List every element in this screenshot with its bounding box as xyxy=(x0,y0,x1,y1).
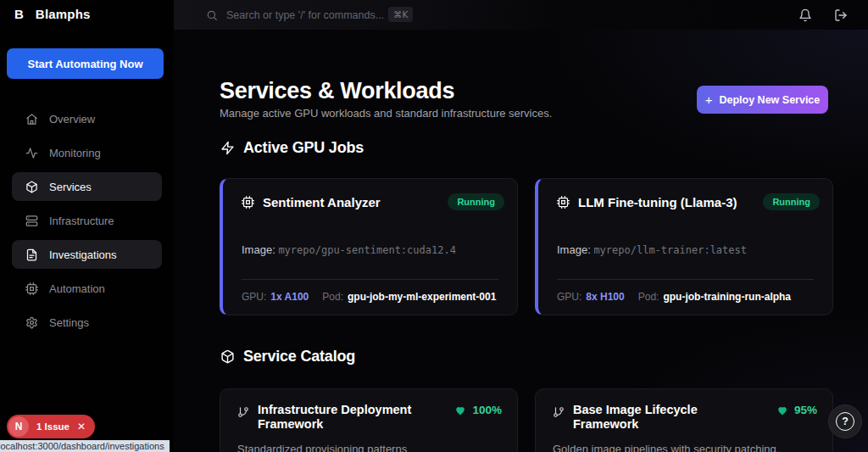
sidebar-nav: Overview Monitoring Services Infrastruct… xyxy=(12,104,162,342)
gpu-value: 8x H100 xyxy=(586,291,624,303)
sidebar-item-label: Settings xyxy=(49,316,89,329)
search-icon xyxy=(206,9,218,21)
top-header: ⌘K xyxy=(174,0,868,30)
image-label: Image: xyxy=(557,243,591,256)
gpu-job-image-row: Image: myrepo/gpu-sentiment:cuda12.4 xyxy=(242,243,456,256)
gpu-label: GPU: xyxy=(557,291,581,303)
gpu-job-title: Sentiment Analyzer xyxy=(263,195,381,209)
catalog-card-head: Infrastructure Deployment Framework 100% xyxy=(237,403,502,432)
start-automating-button[interactable]: Start Automating Now xyxy=(7,48,164,79)
server-icon xyxy=(25,215,38,227)
gpu-job-card[interactable]: Sentiment Analyzer Running Image: myrepo… xyxy=(220,178,518,315)
status-url-text: localhost:3000/dashboard/investigations xyxy=(0,440,164,452)
gpu-job-meta-row: GPU: 1x A100 Pod: gpu-job-my-ml-experime… xyxy=(242,291,496,303)
git-branch-icon xyxy=(553,406,565,418)
health-value: 95% xyxy=(794,404,817,416)
sidebar-item-label: Overview xyxy=(49,113,95,126)
cube-icon xyxy=(25,181,38,193)
deploy-new-service-button[interactable]: + Deploy New Service xyxy=(697,86,828,114)
sidebar-item-monitoring[interactable]: Monitoring xyxy=(12,138,162,167)
sidebar-item-investigations[interactable]: Investigations xyxy=(12,240,162,269)
home-icon xyxy=(25,113,38,126)
gpu-card-title-row: Sentiment Analyzer xyxy=(242,195,381,209)
cpu-icon xyxy=(242,196,254,209)
catalog-card-description: Golden image pipelines with security pat… xyxy=(553,443,817,452)
sidebar-item-label: Investigations xyxy=(49,248,117,261)
health-indicator: 100% xyxy=(454,403,502,416)
search-input[interactable] xyxy=(226,9,396,21)
page-title: Services & Workloads xyxy=(220,78,552,103)
sidebar-item-label: Automation xyxy=(49,282,105,295)
pod-value: gpu-job-training-run-alpha xyxy=(663,291,791,303)
bell-icon[interactable] xyxy=(798,8,812,22)
catalog-card[interactable]: Infrastructure Deployment Framework 100%… xyxy=(220,388,518,452)
catalog-card[interactable]: Base Image Lifecycle Framework 95% Golde… xyxy=(535,388,833,452)
gpu-job-image-row: Image: myrepo/llm-trainer:latest xyxy=(557,243,747,256)
status-badge: Running xyxy=(763,193,820,210)
cpu-icon xyxy=(25,282,38,295)
heart-icon xyxy=(776,405,788,416)
sidebar-item-automation[interactable]: Automation xyxy=(12,274,162,303)
gpu-card-title-row: LLM Fine-tuning (Llama-3) xyxy=(557,195,737,209)
dev-issues-badge[interactable]: N 1 Issue ✕ xyxy=(7,415,95,438)
image-value: myrepo/gpu-sentiment:cuda12.4 xyxy=(278,244,456,256)
image-label: Image: xyxy=(242,243,275,256)
package-icon xyxy=(220,349,235,364)
gear-icon xyxy=(25,316,38,329)
pod-value: gpu-job-my-ml-experiment-001 xyxy=(348,291,496,303)
image-value: myrepo/llm-trainer:latest xyxy=(593,244,747,256)
sidebar-item-services[interactable]: Services xyxy=(12,172,162,201)
pod-label: Pod: xyxy=(322,291,343,303)
nextjs-logo-icon: N xyxy=(8,416,29,437)
activity-icon xyxy=(25,147,38,159)
status-badge: Running xyxy=(448,193,504,210)
question-mark-icon: ? xyxy=(836,412,854,431)
gpu-job-card[interactable]: LLM Fine-tuning (Llama-3) Running Image:… xyxy=(535,178,833,315)
sidebar-item-infrastructure[interactable]: Infrastructure xyxy=(12,206,162,235)
close-icon[interactable]: ✕ xyxy=(77,421,86,432)
divider xyxy=(557,279,814,280)
section-active-gpu-jobs: Active GPU Jobs xyxy=(220,139,364,157)
section-title: Active GPU Jobs xyxy=(243,139,364,157)
gpu-job-title: LLM Fine-tuning (Llama-3) xyxy=(578,195,737,209)
sidebar: B Blamphs Start Automating Now Overview … xyxy=(0,0,174,452)
git-branch-icon xyxy=(237,406,249,418)
health-value: 100% xyxy=(472,404,502,416)
issues-count-label: 1 Issue xyxy=(36,421,70,432)
catalog-card-title: Infrastructure Deployment Framework xyxy=(258,403,442,432)
pod-label: Pod: xyxy=(638,291,659,303)
sidebar-item-label: Monitoring xyxy=(49,147,101,159)
sidebar-item-label: Infrastructure xyxy=(49,215,114,227)
document-icon xyxy=(25,248,38,261)
logout-icon[interactable] xyxy=(834,8,848,22)
sidebar-item-overview[interactable]: Overview xyxy=(12,104,162,133)
status-url-bar: localhost:3000/dashboard/investigations xyxy=(0,440,170,452)
catalog-card-description: Standardized provisioning patterns xyxy=(237,443,502,452)
sidebar-item-label: Services xyxy=(49,181,92,193)
main-content: Services & Workloads Manage active GPU w… xyxy=(174,30,868,452)
plus-icon: + xyxy=(705,92,713,107)
cpu-icon xyxy=(557,196,570,209)
zap-icon xyxy=(220,141,235,155)
heart-icon xyxy=(454,405,466,416)
catalog-card-head: Base Image Lifecycle Framework 95% xyxy=(553,403,817,432)
brand-logo-icon: B xyxy=(14,7,24,21)
sidebar-item-settings[interactable]: Settings xyxy=(12,308,162,337)
shortcut-badge: ⌘K xyxy=(388,7,413,22)
health-indicator: 95% xyxy=(776,403,817,416)
help-button[interactable]: ? xyxy=(828,405,862,438)
page-header: Services & Workloads Manage active GPU w… xyxy=(220,78,552,120)
section-service-catalog: Service Catalog xyxy=(220,348,355,366)
app-root: B Blamphs Start Automating Now Overview … xyxy=(0,0,868,452)
gpu-job-meta-row: GPU: 8x H100 Pod: gpu-job-training-run-a… xyxy=(557,291,791,303)
catalog-card-title: Base Image Lifecycle Framework xyxy=(573,403,758,432)
gpu-value: 1x A100 xyxy=(270,291,309,303)
deploy-button-label: Deploy New Service xyxy=(719,94,820,106)
header-actions xyxy=(798,0,848,30)
section-title: Service Catalog xyxy=(243,348,355,366)
divider xyxy=(242,279,498,280)
gpu-label: GPU: xyxy=(242,291,266,303)
brand: B Blamphs xyxy=(14,7,91,21)
page-subtitle: Manage active GPU workloads and standard… xyxy=(220,107,552,120)
brand-name: Blamphs xyxy=(36,7,91,21)
